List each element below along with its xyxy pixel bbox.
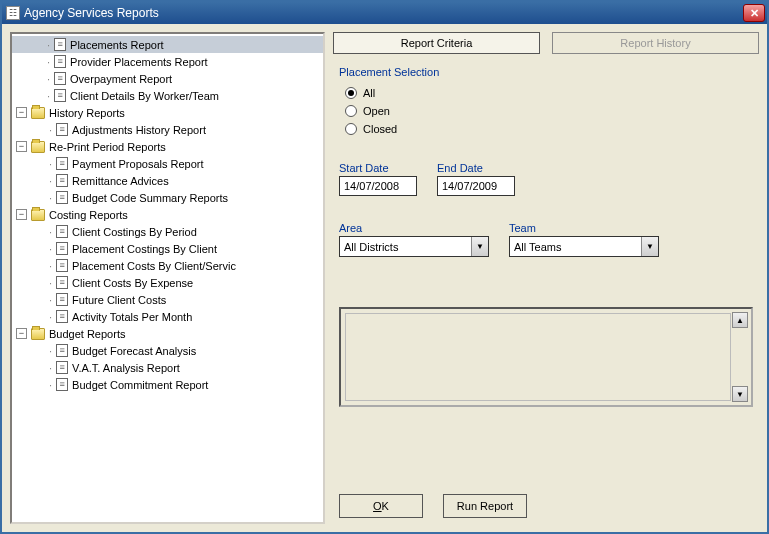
end-date-field: End Date 14/07/2009	[437, 162, 515, 196]
tree-toggle-placeholder	[34, 311, 45, 322]
tree-item-label: Future Client Costs	[70, 294, 168, 306]
radio-closed-row[interactable]: Closed	[345, 120, 753, 138]
tree-item[interactable]: ·Placement Costs By Client/Servic	[30, 257, 323, 274]
tree-item[interactable]: ·Budget Code Summary Reports	[30, 189, 323, 206]
titlebar: ☷ Agency Services Reports ✕	[2, 2, 767, 24]
tree-item-label: Payment Proposals Report	[70, 158, 205, 170]
tree-connector: ·	[49, 158, 52, 170]
tree-item[interactable]: ·Client Costings By Period	[30, 223, 323, 240]
tree-item[interactable]: ·Payment Proposals Report	[30, 155, 323, 172]
end-date-input[interactable]: 14/07/2009	[437, 176, 515, 196]
end-date-value: 14/07/2009	[442, 180, 497, 192]
tree-item-label: Budget Forecast Analysis	[70, 345, 198, 357]
close-icon: ✕	[750, 7, 759, 20]
end-date-label: End Date	[437, 162, 515, 174]
placement-selection-label: Placement Selection	[339, 66, 753, 78]
chevron-down-icon[interactable]: ▼	[641, 237, 658, 256]
tree-folder[interactable]: −Costing Reports	[12, 206, 323, 223]
folder-icon	[31, 141, 45, 153]
collapse-icon[interactable]: −	[16, 141, 27, 152]
window-frame: ☷ Agency Services Reports ✕ ·Placements …	[0, 0, 769, 534]
tree-toggle-placeholder	[34, 175, 45, 186]
tree-item[interactable]: ·V.A.T. Analysis Report	[30, 359, 323, 376]
radio-all-row[interactable]: All	[345, 84, 753, 102]
tree-connector: ·	[49, 260, 52, 272]
ok-underline: O	[373, 500, 382, 512]
tree-item-label: Budget Commitment Report	[70, 379, 210, 391]
tree-toggle-placeholder	[34, 124, 45, 135]
tree-connector: ·	[49, 226, 52, 238]
tree-folder-label: Costing Reports	[47, 209, 130, 221]
tree-item[interactable]: ·Client Details By Worker/Team	[12, 87, 323, 104]
run-report-button[interactable]: Run Report	[443, 494, 527, 518]
tree-folder[interactable]: −Re-Print Period Reports	[12, 138, 323, 155]
tree-connector: ·	[49, 277, 52, 289]
document-icon	[54, 55, 66, 68]
document-icon	[54, 72, 66, 85]
tab-label: Report Criteria	[401, 37, 473, 49]
tree-connector: ·	[47, 73, 50, 85]
report-tree[interactable]: ·Placements Report·Provider Placements R…	[10, 32, 325, 524]
tree-item[interactable]: ·Adjustments History Report	[30, 121, 323, 138]
tree-connector: ·	[49, 294, 52, 306]
tree-folder[interactable]: −History Reports	[12, 104, 323, 121]
tree-item[interactable]: ·Future Client Costs	[30, 291, 323, 308]
tree-item[interactable]: ·Activity Totals Per Month	[30, 308, 323, 325]
tree-item[interactable]: ·Provider Placements Report	[12, 53, 323, 70]
chevron-down-icon[interactable]: ▼	[471, 237, 488, 256]
scroll-up-button[interactable]: ▲	[732, 312, 748, 328]
start-date-value: 14/07/2008	[344, 180, 399, 192]
radio-open-row[interactable]: Open	[345, 102, 753, 120]
tree-connector: ·	[47, 39, 50, 51]
tree-item[interactable]: ·Remittance Advices	[30, 172, 323, 189]
document-icon	[54, 38, 66, 51]
tree-connector: ·	[49, 124, 52, 136]
document-icon	[56, 157, 68, 170]
collapse-icon[interactable]: −	[16, 107, 27, 118]
radio-open[interactable]	[345, 105, 357, 117]
tree-item[interactable]: ·Budget Commitment Report	[30, 376, 323, 393]
tree-item[interactable]: ·Budget Forecast Analysis	[30, 342, 323, 359]
collapse-icon[interactable]: −	[16, 328, 27, 339]
tree-toggle-placeholder	[34, 277, 45, 288]
start-date-label: Start Date	[339, 162, 417, 174]
close-button[interactable]: ✕	[743, 4, 765, 22]
document-icon	[54, 89, 66, 102]
radio-closed[interactable]	[345, 123, 357, 135]
area-field: Area All Districts ▼	[339, 222, 489, 257]
tree-folder[interactable]: −Budget Reports	[12, 325, 323, 342]
tree-item-label: Activity Totals Per Month	[70, 311, 194, 323]
tree-connector: ·	[49, 379, 52, 391]
window-title: Agency Services Reports	[24, 6, 159, 20]
document-icon	[56, 344, 68, 357]
scroll-down-button[interactable]: ▼	[732, 386, 748, 402]
tree-item-label: Provider Placements Report	[68, 56, 210, 68]
team-field: Team All Teams ▼	[509, 222, 659, 257]
team-combo[interactable]: All Teams ▼	[509, 236, 659, 257]
tree-item-label: Placement Costings By Client	[70, 243, 219, 255]
ok-button[interactable]: OK	[339, 494, 423, 518]
tree-toggle-placeholder	[34, 345, 45, 356]
radio-all[interactable]	[345, 87, 357, 99]
tab-report-history[interactable]: Report History	[552, 32, 759, 54]
tree-item[interactable]: ·Client Costs By Expense	[30, 274, 323, 291]
tab-report-criteria[interactable]: Report Criteria	[333, 32, 540, 54]
output-panel: ▲ ▼	[339, 307, 753, 407]
tree-toggle-placeholder	[32, 73, 43, 84]
output-textarea[interactable]	[345, 313, 731, 401]
area-combo[interactable]: All Districts ▼	[339, 236, 489, 257]
tree-item[interactable]: ·Placements Report	[12, 36, 323, 53]
tree-item-label: Adjustments History Report	[70, 124, 208, 136]
document-icon	[56, 123, 68, 136]
tree-item-label: Client Costings By Period	[70, 226, 199, 238]
tree-item[interactable]: ·Placement Costings By Client	[30, 240, 323, 257]
tree-connector: ·	[49, 362, 52, 374]
document-icon	[56, 191, 68, 204]
tree-item-label: Remittance Advices	[70, 175, 171, 187]
start-date-input[interactable]: 14/07/2008	[339, 176, 417, 196]
tree-item[interactable]: ·Overpayment Report	[12, 70, 323, 87]
tab-bar: Report Criteria Report History	[333, 32, 759, 54]
collapse-icon[interactable]: −	[16, 209, 27, 220]
tree-item-label: Placement Costs By Client/Servic	[70, 260, 238, 272]
tree-connector: ·	[47, 56, 50, 68]
